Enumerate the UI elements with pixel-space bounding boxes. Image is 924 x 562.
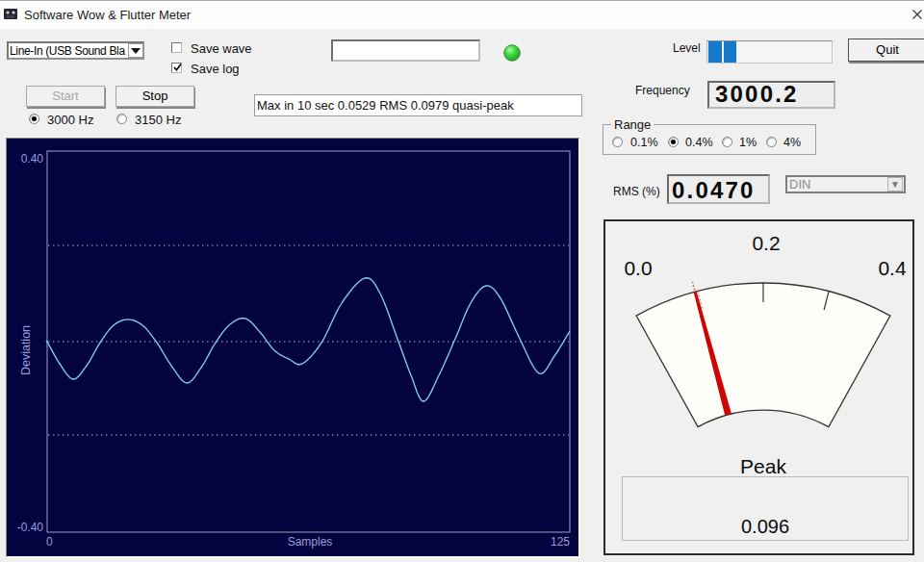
svg-text:125: 125 [551, 535, 570, 549]
svg-text:Samples: Samples [288, 535, 333, 549]
svg-text:Deviation: Deviation [19, 325, 33, 375]
svg-text:0.2: 0.2 [752, 232, 780, 254]
svg-text:0: 0 [46, 535, 53, 549]
svg-text:0.0: 0.0 [624, 257, 652, 279]
svg-text:-0.40: -0.40 [17, 521, 44, 534]
svg-text:0.4: 0.4 [878, 257, 907, 279]
svg-text:0.40: 0.40 [21, 152, 44, 166]
